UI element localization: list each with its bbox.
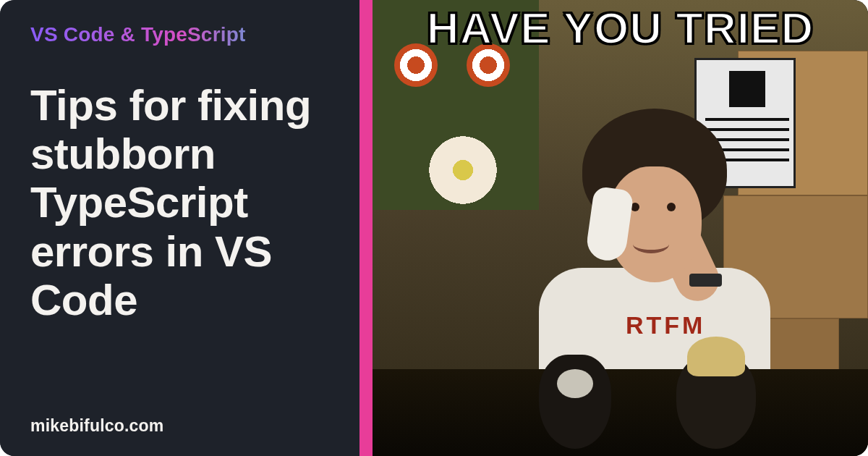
og-card: VS Code & TypeScript Tips for fixing stu… (0, 0, 868, 456)
desk-toy (676, 355, 756, 449)
eyebrow-label: VS Code & TypeScript (30, 23, 329, 46)
text-panel: VS Code & TypeScript Tips for fixing stu… (0, 0, 359, 456)
headline-text: Tips for fixing stubborn TypeScript erro… (30, 81, 329, 324)
shirt-text: RTFM (626, 311, 705, 339)
site-domain: mikebifulco.com (30, 416, 163, 436)
meme-image-panel: RTFM HAVE YOU TRIED (373, 0, 868, 456)
desk-toy (539, 355, 611, 449)
meme-scene: RTFM (373, 0, 868, 456)
accent-divider (359, 0, 373, 456)
desk-surface (373, 369, 868, 456)
meme-caption-text: HAVE YOU TRIED (373, 6, 868, 51)
flower-icon (423, 130, 503, 210)
watch-icon (689, 274, 722, 287)
